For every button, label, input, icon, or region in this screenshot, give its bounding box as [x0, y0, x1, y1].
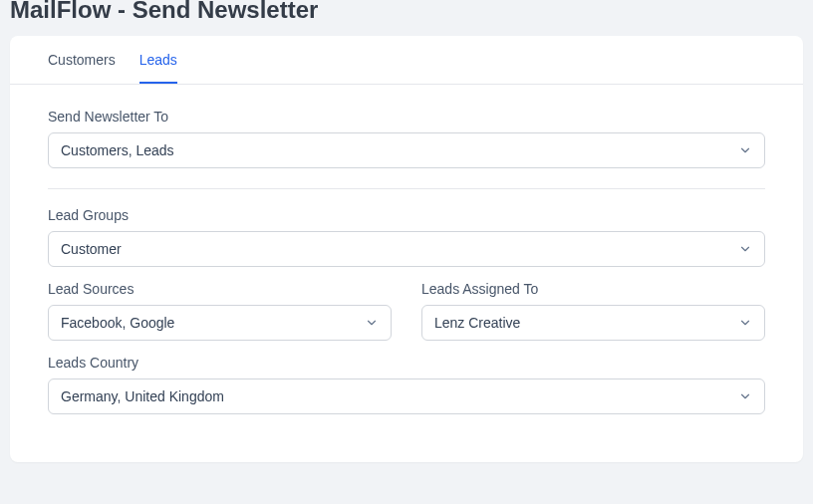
leads-assigned-to-select[interactable]: Lenz Creative: [421, 305, 765, 341]
leads-assigned-to-group: Leads Assigned To Lenz Creative: [421, 281, 765, 341]
sources-assigned-row: Lead Sources Facebook, Google Leads Assi…: [48, 281, 765, 341]
lead-sources-value: Facebook, Google: [61, 315, 365, 331]
send-newsletter-to-group: Send Newsletter To Customers, Leads: [48, 109, 765, 168]
lead-groups-value: Customer: [61, 241, 738, 257]
page-title: MailFlow - Send Newsletter: [0, 0, 813, 36]
chevron-down-icon: [738, 389, 752, 403]
leads-assigned-to-value: Lenz Creative: [434, 315, 738, 331]
lead-sources-select[interactable]: Facebook, Google: [48, 305, 392, 341]
tab-leads[interactable]: Leads: [139, 36, 177, 84]
leads-country-label: Leads Country: [48, 355, 765, 371]
lead-sources-group: Lead Sources Facebook, Google: [48, 281, 392, 341]
leads-country-value: Germany, United Kingdom: [61, 388, 738, 404]
leads-assigned-to-label: Leads Assigned To: [421, 281, 765, 297]
send-newsletter-to-value: Customers, Leads: [61, 142, 738, 158]
lead-groups-select[interactable]: Customer: [48, 231, 765, 267]
chevron-down-icon: [738, 316, 752, 330]
form-body: Send Newsletter To Customers, Leads Lead…: [10, 85, 803, 462]
chevron-down-icon: [738, 143, 752, 157]
chevron-down-icon: [365, 316, 379, 330]
lead-groups-label: Lead Groups: [48, 207, 765, 223]
lead-sources-label: Lead Sources: [48, 281, 392, 297]
section-divider: [48, 188, 765, 189]
tabs: Customers Leads: [10, 36, 803, 85]
send-newsletter-to-select[interactable]: Customers, Leads: [48, 132, 765, 168]
chevron-down-icon: [738, 242, 752, 256]
lead-groups-group: Lead Groups Customer: [48, 207, 765, 267]
newsletter-card: Customers Leads Send Newsletter To Custo…: [10, 36, 803, 462]
send-newsletter-to-label: Send Newsletter To: [48, 109, 765, 125]
leads-country-select[interactable]: Germany, United Kingdom: [48, 378, 765, 414]
tab-customers[interactable]: Customers: [48, 36, 116, 84]
leads-country-group: Leads Country Germany, United Kingdom: [48, 355, 765, 414]
